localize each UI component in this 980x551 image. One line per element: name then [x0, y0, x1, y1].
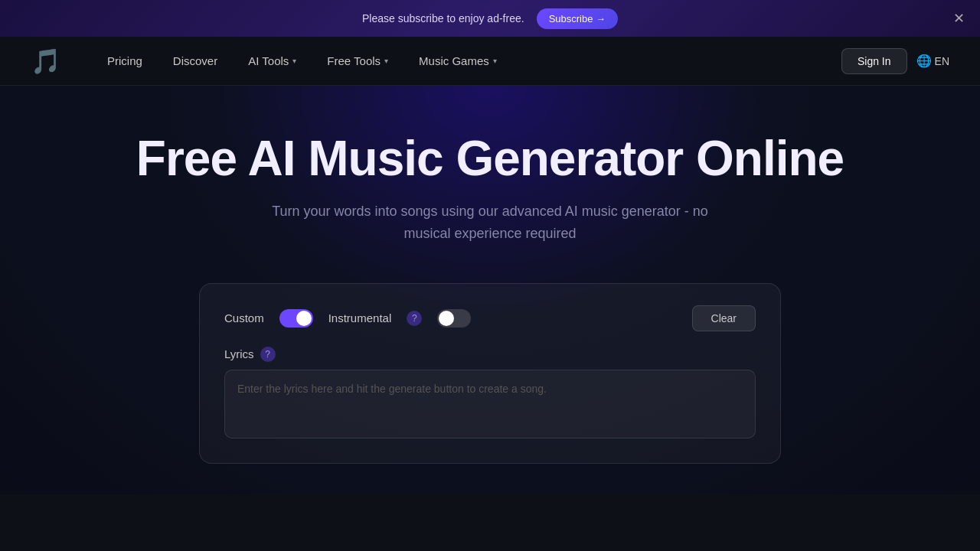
instrumental-toggle-thumb	[439, 311, 454, 326]
nav-music-games[interactable]: Music Games ▾	[403, 48, 512, 73]
subscribe-button[interactable]: Subscribe →	[537, 8, 618, 29]
logo-icon: 🎵	[31, 49, 61, 73]
logo[interactable]: 🎵	[31, 49, 61, 73]
nav-discover[interactable]: Discover	[158, 48, 233, 73]
lyrics-help-icon[interactable]: ?	[260, 347, 276, 362]
translate-icon: 🌐	[916, 54, 932, 68]
controls-row: Custom Instrumental ? Clear	[224, 305, 756, 331]
navbar: 🎵 Pricing Discover AI Tools ▾ Free Tools…	[0, 37, 980, 86]
nav-right: Sign In 🌐 EN	[841, 48, 949, 74]
nav-pricing[interactable]: Pricing	[92, 48, 158, 73]
nav-links: Pricing Discover AI Tools ▾ Free Tools ▾…	[92, 48, 841, 73]
generator-card: Custom Instrumental ? Clear Lyrics ?	[199, 283, 781, 464]
music-games-chevron-icon: ▾	[493, 57, 497, 65]
lyrics-textarea[interactable]	[224, 370, 756, 439]
instrumental-label: Instrumental	[328, 311, 392, 324]
hero-section: Free AI Music Generator Online Turn your…	[0, 86, 980, 494]
custom-toggle[interactable]	[279, 309, 313, 328]
lyrics-label: Lyrics	[224, 347, 254, 360]
instrumental-toggle[interactable]	[437, 309, 471, 328]
nav-free-tools[interactable]: Free Tools ▾	[312, 48, 403, 73]
sign-in-button[interactable]: Sign In	[841, 48, 907, 74]
top-banner: Please subscribe to enjoy ad-free. Subsc…	[0, 0, 980, 37]
hero-subtitle: Turn your words into songs using our adv…	[260, 201, 720, 245]
close-banner-button[interactable]: ✕	[953, 11, 965, 25]
hero-title: Free AI Music Generator Online	[136, 132, 844, 185]
language-button[interactable]: 🌐 EN	[916, 54, 949, 68]
ai-tools-chevron-icon: ▾	[292, 57, 296, 65]
custom-label: Custom	[224, 311, 264, 324]
instrumental-help-icon[interactable]: ?	[407, 311, 422, 326]
custom-toggle-thumb	[296, 311, 312, 326]
free-tools-chevron-icon: ▾	[384, 57, 388, 65]
lyrics-row: Lyrics ?	[224, 347, 756, 362]
clear-button[interactable]: Clear	[692, 305, 756, 331]
nav-ai-tools[interactable]: AI Tools ▾	[233, 48, 312, 73]
banner-text: Please subscribe to enjoy ad-free.	[362, 12, 524, 24]
